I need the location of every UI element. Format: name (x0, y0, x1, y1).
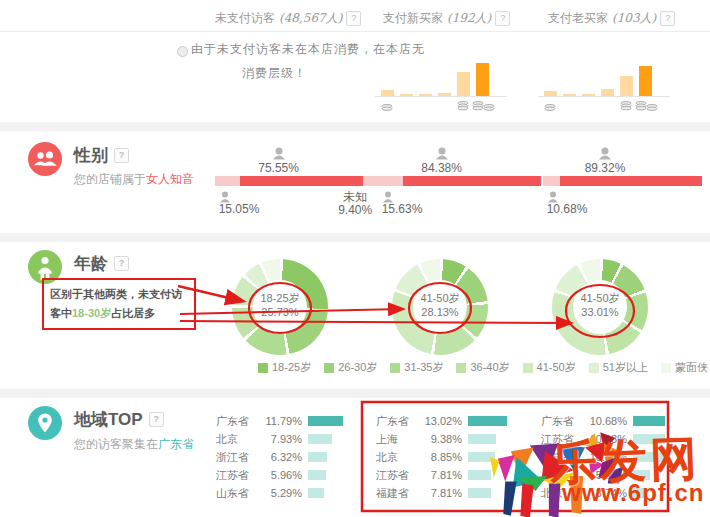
region-bar (468, 452, 495, 462)
region-row: 山东省5.29% (216, 487, 381, 499)
region-label: 上海 (376, 432, 422, 447)
region-label: 广东省 (541, 414, 587, 429)
region-bar (308, 452, 327, 462)
region-value: 7.81% (422, 469, 462, 481)
legend-item: 蒙面侠 (661, 360, 708, 375)
region-bar (468, 434, 496, 444)
gender-subtitle-highlight: 女人知音 (146, 172, 194, 186)
consumption-bar (582, 94, 595, 96)
legend-item: 26-30岁 (324, 360, 377, 375)
legend-label: 36-40岁 (470, 360, 509, 375)
region-value: 9.38% (422, 433, 462, 445)
column-header-label: 支付老买家 (548, 10, 608, 27)
help-icon[interactable]: ? (495, 11, 510, 26)
region-bar (633, 470, 650, 480)
consumption-bar (419, 94, 432, 96)
region-row: 广东省10.68% (541, 415, 706, 427)
coins-icon (457, 101, 469, 114)
gender-stacked-bar (543, 176, 702, 186)
female-segment (560, 176, 702, 186)
column-header-new-buyers: 支付新买家 (192人) ? (383, 10, 510, 27)
region-bar (633, 434, 665, 444)
donut-center-value: 33.01% (552, 306, 648, 318)
coins-icon (483, 104, 495, 114)
region-value: 11.79% (262, 415, 302, 427)
consumption-chart-new-buyers (375, 38, 507, 116)
region-bar (633, 452, 665, 462)
region-value: 5.29% (262, 487, 302, 499)
region-label: 广东省 (376, 414, 422, 429)
region-value: 13.02% (422, 415, 462, 427)
region-row: 北京7.93% (216, 433, 381, 445)
female-icon (435, 147, 449, 160)
region-section-title: 地域TOP ? (74, 408, 164, 431)
coins-icon-wrap (381, 100, 393, 118)
legend-item: 51岁以上 (589, 360, 648, 375)
region-subtitle-highlight: 广东省 (158, 437, 194, 451)
age-note-suffix: 占比居多 (111, 307, 155, 319)
legend-swatch (661, 363, 671, 373)
region-value: 3.74% (587, 487, 627, 499)
female-icon (598, 147, 612, 160)
age-legend: 18-25岁26-30岁31-35岁36-40岁41-50岁51岁以上蒙面侠 (258, 360, 708, 375)
region-row: 上海9.38% (376, 433, 541, 445)
region-bar (308, 470, 326, 480)
coins-icon (381, 104, 393, 114)
region-value: 7.81% (422, 487, 462, 499)
region-row: 福建省7.81% (376, 487, 541, 499)
age-note-annotation: 区别于其他两类，未支付访 客中18-30岁占比居多 (42, 278, 196, 330)
section-divider (0, 122, 710, 131)
help-icon[interactable]: ? (346, 11, 361, 26)
region-label: 山东省 (216, 486, 262, 501)
coins-icon-wrap (483, 100, 495, 118)
help-icon[interactable]: ? (149, 412, 164, 427)
legend-label: 41-50岁 (537, 360, 576, 375)
region-label: 浙江省 (216, 450, 262, 465)
consumption-bar (544, 91, 557, 96)
region-value: 5.96% (262, 469, 302, 481)
column-header-label: 支付新买家 (383, 10, 443, 27)
legend-swatch (390, 363, 400, 373)
region-value: 8.85% (422, 451, 462, 463)
legend-swatch (258, 363, 268, 373)
legend-label: 26-30岁 (338, 360, 377, 375)
female-segment (240, 176, 363, 186)
region-row: 广东省11.79% (216, 415, 381, 427)
region-row: 江苏省10.68% (541, 433, 706, 445)
legend-label: 18-25岁 (272, 360, 311, 375)
donut-center-value: 25.73% (232, 306, 328, 318)
age-note-line2: 客中18-30岁占比居多 (50, 304, 188, 323)
help-icon[interactable]: ? (114, 148, 129, 163)
region-row: 江苏省5.96% (216, 469, 381, 481)
female-segment (403, 176, 541, 186)
legend-item: 41-50岁 (523, 360, 576, 375)
region-row: 广东省13.02% (376, 415, 541, 427)
consumption-note-line2: 消费层级！ (242, 65, 307, 82)
male-percentage: 10.68% (539, 202, 595, 216)
region-value: 10.68% (587, 451, 627, 463)
region-subtitle: 您的访客聚集在广东省 (74, 436, 194, 453)
coins-icon-wrap (544, 100, 556, 118)
female-percentage: 84.38% (412, 161, 472, 175)
male-percentage: 15.05% (211, 202, 267, 216)
help-icon[interactable]: ? (114, 256, 129, 271)
region-value: 6.32% (262, 451, 302, 463)
male-segment (543, 176, 560, 186)
consumption-bar (381, 90, 394, 96)
region-row: 北京3.74% (541, 487, 706, 499)
consumption-bar (476, 63, 489, 96)
region-value: 5.83% (587, 469, 627, 481)
age-note-prefix: 客中 (50, 307, 72, 319)
male-segment (378, 176, 403, 186)
region-bar (308, 434, 332, 444)
gender-stacked-bar (378, 176, 541, 186)
consumption-bar (563, 94, 576, 96)
region-title-text: 地域TOP (74, 408, 143, 431)
legend-item: 18-25岁 (258, 360, 311, 375)
region-row: 上海5.83% (541, 469, 706, 481)
help-icon[interactable]: ? (660, 11, 675, 26)
region-bar (468, 470, 491, 480)
age-section-title: 年龄 ? (74, 252, 129, 275)
column-header-count: (48,567人) (279, 10, 342, 27)
unknown-segment (363, 176, 378, 186)
